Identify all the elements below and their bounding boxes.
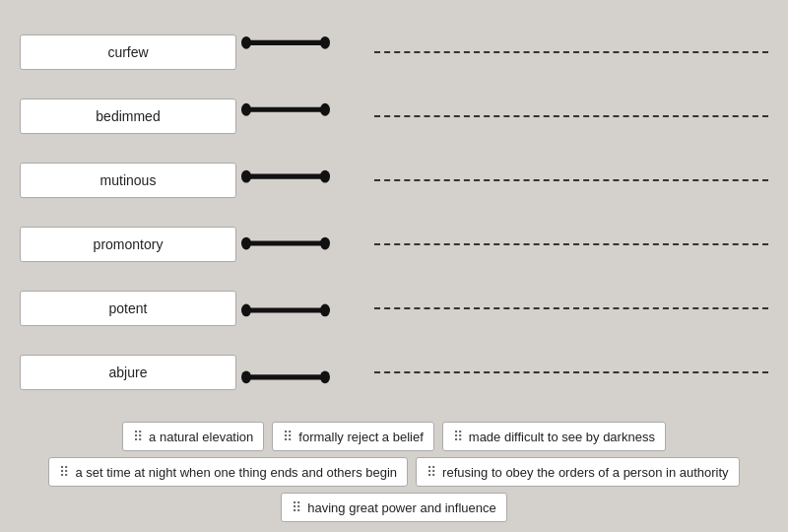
right-dashed-1 [374,34,768,70]
answer-label-ans-reject: formally reject a belief [298,430,423,444]
word-box-potent: potent [20,291,236,326]
answer-label-ans-refusing: refusing to obey the orders of a person … [442,465,729,480]
right-dashed-4 [374,227,768,262]
svg-point-6 [241,36,251,49]
svg-point-12 [320,36,330,49]
answer-label-ans-curfew: a set time at night when one thing ends … [75,465,397,480]
svg-point-8 [241,170,251,183]
right-dashed-3 [374,163,768,198]
svg-point-7 [241,103,251,116]
answer-row-0: ⠿a natural elevation⠿formally reject a b… [122,422,666,451]
answer-label-ans-darkness: made difficult to see by darkness [469,430,655,444]
svg-point-15 [320,237,330,250]
answer-box-ans-refusing[interactable]: ⠿refusing to obey the orders of a person… [416,457,740,487]
drag-icon: ⠿ [453,429,463,444]
drag-icon: ⠿ [283,429,293,444]
answer-label-ans-power: having great power and influence [307,500,496,515]
svg-point-13 [320,103,330,116]
answer-label-ans-elevation: a natural elevation [149,430,253,444]
word-box-curfew: curfew [20,34,236,70]
left-column: curfewbedimmedmutinouspromontorypotentab… [20,10,236,414]
answer-box-ans-darkness[interactable]: ⠿made difficult to see by darkness [442,422,666,451]
word-box-bedimmed: bedimmed [20,99,236,134]
word-box-abjure: abjure [20,355,236,390]
drag-icon: ⠿ [59,464,69,480]
drag-icon: ⠿ [292,499,301,515]
answer-box-ans-elevation[interactable]: ⠿a natural elevation [122,422,264,451]
svg-point-16 [320,304,330,317]
right-column [355,10,768,414]
svg-point-14 [320,170,330,183]
drag-icon: ⠿ [427,464,436,480]
answer-box-ans-reject[interactable]: ⠿formally reject a belief [272,422,433,451]
svg-point-11 [241,370,251,383]
svg-point-10 [241,304,251,317]
answer-area: ⠿a natural elevation⠿formally reject a b… [20,414,768,522]
drag-icon: ⠿ [133,429,143,444]
word-box-mutinous: mutinous [20,163,236,198]
right-dashed-2 [374,99,768,134]
matching-area: curfewbedimmedmutinouspromontorypotentab… [20,10,768,414]
right-dashed-6 [374,355,768,390]
answer-box-ans-power[interactable]: ⠿having great power and influence [281,493,507,522]
answer-row-2: ⠿having great power and influence [281,493,507,522]
svg-point-17 [320,370,330,383]
right-dashed-5 [374,291,768,326]
word-box-promontory: promontory [20,227,236,262]
answer-row-1: ⠿a set time at night when one thing ends… [48,457,739,487]
svg-point-9 [241,237,251,250]
answer-box-ans-curfew[interactable]: ⠿a set time at night when one thing ends… [48,457,408,487]
connector-area [236,10,355,414]
